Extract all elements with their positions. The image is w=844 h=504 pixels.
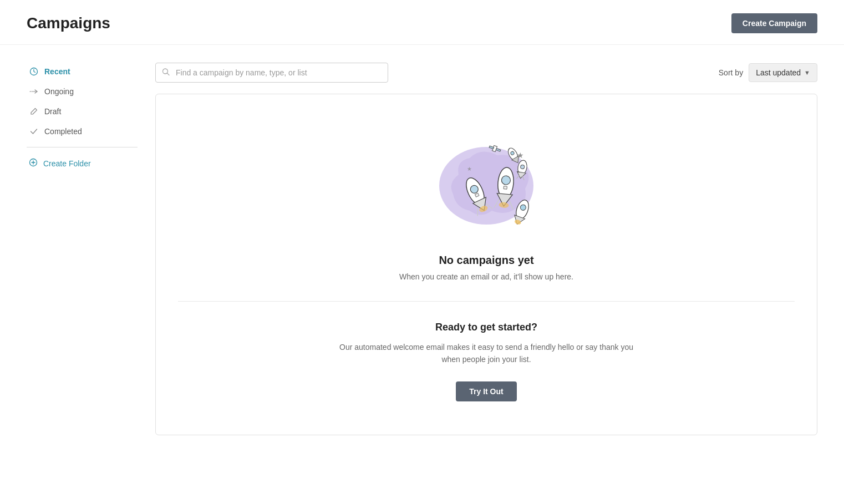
search-wrapper — [155, 63, 388, 83]
check-icon — [29, 126, 39, 136]
sort-label: Sort by — [719, 68, 743, 77]
no-campaigns-title: No campaigns yet — [439, 254, 533, 267]
sidebar-item-ongoing-label: Ongoing — [44, 87, 74, 96]
create-folder-label: Create Folder — [43, 159, 91, 168]
search-icon — [162, 68, 170, 78]
sidebar-item-completed[interactable]: Completed — [27, 123, 138, 140]
campaigns-panel: ★ ★ — [155, 94, 817, 435]
sidebar-nav: Recent Ongoing Draft — [27, 63, 138, 140]
panel-divider — [178, 301, 795, 302]
sidebar-item-recent-label: Recent — [44, 67, 70, 76]
sort-dropdown[interactable]: Last updated ▼ — [749, 63, 817, 82]
create-folder-item[interactable]: Create Folder — [27, 154, 138, 172]
search-sort-bar: Sort by Last updated ▼ — [155, 63, 817, 83]
sidebar-item-draft-label: Draft — [44, 107, 61, 116]
page-header: Campaigns Create Campaign — [0, 0, 844, 45]
chevron-down-icon: ▼ — [804, 69, 810, 76]
no-campaigns-subtitle: When you create an email or ad, it'll sh… — [399, 272, 573, 281]
sort-wrapper: Sort by Last updated ▼ — [719, 63, 817, 82]
pencil-icon — [29, 106, 39, 116]
sort-current-value: Last updated — [756, 68, 801, 77]
rocket-illustration: ★ ★ — [425, 128, 547, 238]
ready-title: Ready to get started? — [435, 322, 537, 333]
try-it-out-button[interactable]: Try It Out — [456, 381, 516, 401]
sidebar-item-ongoing[interactable]: Ongoing — [27, 83, 138, 100]
search-input[interactable] — [155, 63, 388, 83]
svg-text:★: ★ — [467, 166, 472, 172]
sidebar-item-draft[interactable]: Draft — [27, 103, 138, 120]
page-title: Campaigns — [27, 14, 110, 32]
create-campaign-button[interactable]: Create Campaign — [731, 13, 817, 33]
sidebar-item-completed-label: Completed — [44, 127, 82, 136]
sidebar: Recent Ongoing Draft — [27, 63, 138, 435]
clock-icon — [29, 67, 39, 77]
ready-description: Our automated welcome email makes it eas… — [331, 341, 642, 366]
arrow-right-icon — [29, 86, 39, 96]
svg-rect-32 — [504, 186, 507, 190]
sidebar-divider — [27, 147, 138, 147]
sidebar-item-recent[interactable]: Recent — [27, 63, 138, 80]
plus-circle-icon — [29, 158, 38, 169]
svg-point-31 — [501, 175, 511, 185]
content-area: Sort by Last updated ▼ ★ ★ — [155, 63, 817, 435]
svg-line-7 — [167, 73, 170, 75]
main-layout: Recent Ongoing Draft — [0, 45, 844, 453]
